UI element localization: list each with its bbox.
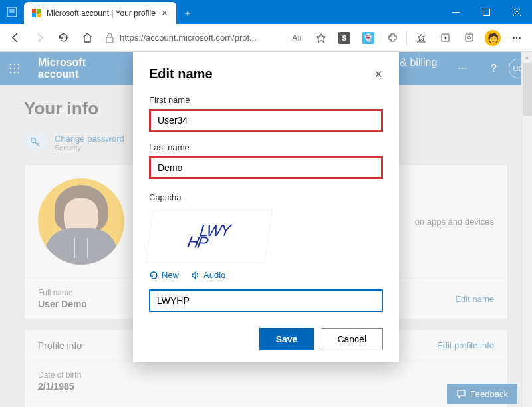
new-tab-button[interactable]: ＋	[176, 3, 199, 24]
ext-ghost-icon[interactable]: 👻	[357, 27, 380, 49]
page-content: Microsoft account Your info Privacy Secu…	[0, 52, 532, 407]
minimize-button[interactable]	[440, 0, 471, 24]
ext-s-icon[interactable]: S	[333, 27, 356, 49]
maximize-button[interactable]	[471, 0, 501, 24]
svg-rect-7	[106, 37, 113, 43]
refresh-button[interactable]	[52, 27, 74, 49]
close-window-button[interactable]	[501, 0, 532, 24]
captcha-new-link[interactable]: New	[149, 270, 179, 280]
url-text: https://account.microsoft.com/prof...	[120, 33, 257, 43]
refresh-icon	[149, 271, 158, 280]
save-button[interactable]: Save	[259, 328, 315, 350]
first-name-label: First name	[149, 95, 383, 105]
close-modal-button[interactable]: ✕	[374, 68, 383, 80]
modal-title: Edit name	[149, 67, 213, 82]
profile-avatar[interactable]: 🧑	[481, 27, 504, 49]
address-bar[interactable]: https://account.microsoft.com/prof...	[100, 27, 284, 49]
close-tab-icon[interactable]: ✕	[161, 8, 168, 18]
captcha-input[interactable]	[149, 289, 383, 312]
edit-name-modal: Edit name ✕ First name Last name Captcha…	[133, 52, 399, 362]
browser-tab[interactable]: Microsoft account | Your profile ✕	[24, 2, 176, 24]
ms-logo-icon	[32, 9, 41, 18]
home-button[interactable]	[76, 27, 98, 49]
captcha-label: Captcha	[149, 192, 383, 202]
captcha-image: LWY HP	[145, 210, 272, 263]
forward-button	[28, 27, 51, 49]
last-name-label: Last name	[149, 142, 383, 152]
lock-icon	[105, 33, 114, 43]
svg-rect-4	[483, 9, 489, 15]
browser-toolbar: https://account.microsoft.com/prof... A)…	[0, 24, 532, 52]
read-aloud-icon[interactable]: A))	[285, 27, 308, 49]
back-button[interactable]	[4, 27, 27, 49]
favorite-icon[interactable]	[309, 27, 332, 49]
svg-point-14	[467, 37, 470, 39]
svg-rect-13	[466, 34, 473, 41]
cancel-button[interactable]: Cancel	[321, 328, 383, 350]
captcha-audio-link[interactable]: Audio	[191, 270, 225, 280]
collections-icon[interactable]	[434, 27, 456, 49]
window-titlebar: Microsoft account | Your profile ✕ ＋	[0, 0, 532, 24]
extensions-icon[interactable]	[381, 27, 404, 49]
more-menu-button[interactable]: ···	[505, 27, 528, 49]
favorites-bar-icon[interactable]	[410, 27, 432, 49]
audio-icon	[191, 271, 200, 280]
browser-essentials-icon[interactable]	[458, 27, 480, 49]
first-name-input[interactable]	[149, 109, 383, 132]
tab-title: Microsoft account | Your profile	[47, 9, 156, 18]
last-name-input[interactable]	[149, 156, 383, 179]
tab-actions-icon[interactable]	[0, 0, 24, 24]
